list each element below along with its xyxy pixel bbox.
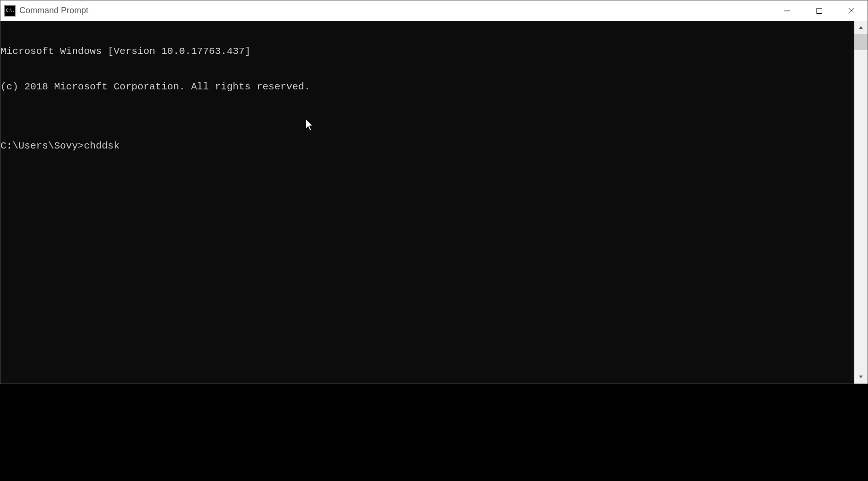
minimize-button[interactable] <box>771 0 803 21</box>
scroll-up-button[interactable] <box>854 21 868 34</box>
window-controls <box>771 0 868 21</box>
typed-command: chddsk <box>84 140 120 151</box>
terminal-line: Microsoft Windows [Version 10.0.17763.43… <box>0 45 854 57</box>
scroll-track[interactable] <box>854 34 868 370</box>
chevron-down-icon <box>859 375 863 379</box>
command-prompt-icon-text: C:\. <box>6 9 14 13</box>
maximize-icon <box>816 8 823 14</box>
terminal-line: (c) 2018 Microsoft Corporation. All righ… <box>0 81 854 93</box>
command-prompt-icon: C:\. <box>4 5 16 17</box>
prompt: C:\Users\Sovy> <box>0 140 84 151</box>
command-prompt-window: C:\. Command Prompt Micr <box>0 0 868 384</box>
maximize-button[interactable] <box>803 0 835 21</box>
terminal-area[interactable]: Microsoft Windows [Version 10.0.17763.43… <box>0 21 854 384</box>
svg-rect-1 <box>817 8 822 13</box>
close-icon <box>848 8 855 14</box>
titlebar[interactable]: C:\. Command Prompt <box>0 0 868 21</box>
window-title: Command Prompt <box>19 6 771 16</box>
vertical-scrollbar[interactable] <box>854 21 868 384</box>
scroll-down-button[interactable] <box>854 370 868 384</box>
close-button[interactable] <box>835 0 868 21</box>
chevron-up-icon <box>859 25 863 30</box>
content-row: Microsoft Windows [Version 10.0.17763.43… <box>0 21 868 384</box>
scroll-thumb[interactable] <box>854 34 868 50</box>
prompt-line: C:\Users\Sovy>chddsk <box>0 140 854 152</box>
minimize-icon <box>784 8 791 14</box>
